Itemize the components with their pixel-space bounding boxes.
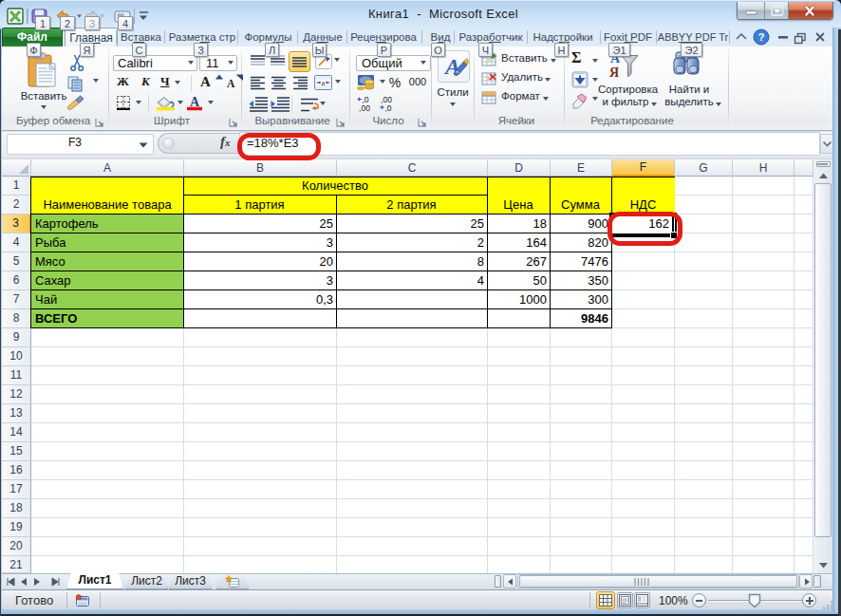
svg-text:,0: ,0 — [384, 103, 391, 113]
svg-text:000: 000 — [409, 76, 426, 87]
svg-text:Я: Я — [609, 65, 619, 80]
svg-text:?: ? — [758, 31, 765, 43]
svg-text:%: % — [389, 75, 401, 90]
svg-text:,00: ,00 — [359, 103, 370, 113]
